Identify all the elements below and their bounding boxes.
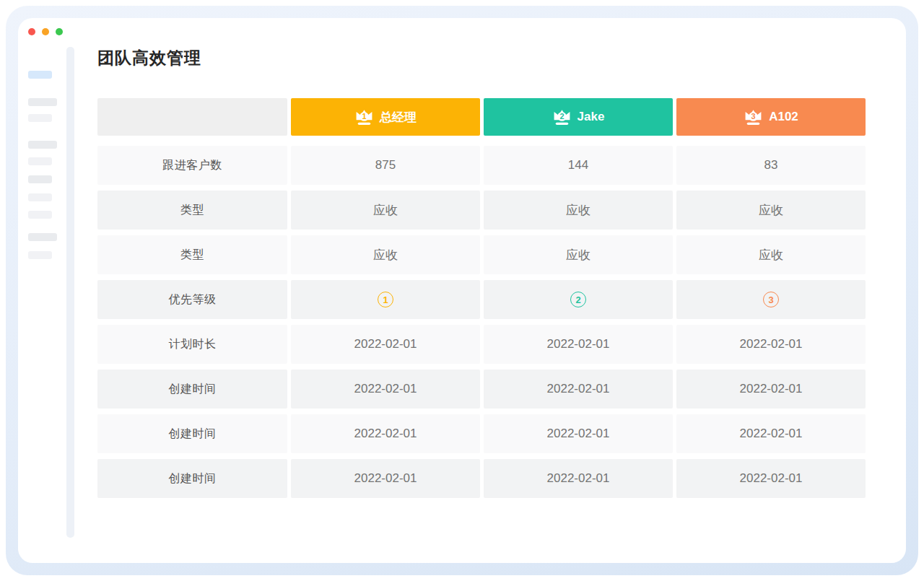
sidebar-divider — [66, 47, 74, 538]
desktop-background: 团队高效管理 1 总经理 2 Jake 3 A102 跟进客户数87514 — [0, 0, 924, 581]
sidebar-item-active[interactable] — [28, 71, 52, 79]
row-label-cell: 创建时间 — [97, 459, 287, 498]
sidebar-skeleton-item — [28, 175, 52, 183]
column-title: A102 — [769, 110, 798, 124]
row-label-cell: 创建时间 — [97, 414, 287, 453]
sidebar-skeleton-item — [28, 98, 57, 106]
row-label-cell: 创建时间 — [97, 370, 287, 409]
table-value-cell: 2022-02-01 — [291, 414, 480, 453]
table-value-cell: 875 — [291, 146, 480, 185]
table-value-cell: 应收 — [291, 191, 480, 230]
table-value-cell: 2022-02-01 — [291, 370, 480, 409]
sidebar-skeleton-item — [28, 141, 57, 149]
table-value-cell: 144 — [484, 146, 673, 185]
rank-number: 3 — [751, 112, 756, 121]
sidebar-skeleton-item — [28, 114, 52, 122]
row-label-cell: 跟进客户数 — [97, 146, 287, 185]
priority-rank-badge: 2 — [570, 292, 586, 307]
table-value-cell: 应收 — [484, 235, 673, 274]
crown-rank-icon: 1 — [354, 108, 374, 126]
table-corner-cell — [97, 98, 287, 136]
rank-number: 1 — [362, 112, 366, 121]
sidebar-skeleton-item — [28, 193, 52, 201]
column-title: Jake — [578, 110, 605, 124]
table-value-cell: 2022-02-01 — [484, 325, 673, 364]
row-label-cell: 计划时长 — [97, 325, 287, 364]
sidebar-skeleton-item — [28, 157, 52, 165]
table-column-header[interactable]: 2 Jake — [484, 98, 673, 136]
table-rank-cell: 1 — [291, 280, 480, 319]
maximize-window-button[interactable] — [56, 28, 63, 35]
table-header-row: 1 总经理 2 Jake 3 A102 — [97, 98, 866, 136]
table-value-cell: 2022-02-01 — [676, 370, 866, 409]
sidebar-skeleton-item — [28, 211, 52, 219]
table-rank-cell: 3 — [676, 280, 866, 319]
table-value-cell: 应收 — [676, 191, 866, 230]
table-value-cell: 83 — [676, 146, 866, 185]
table-rank-cell: 2 — [484, 280, 673, 319]
table-value-cell: 应收 — [291, 235, 480, 274]
table-value-cell: 应收 — [676, 235, 866, 274]
minimize-window-button[interactable] — [42, 28, 49, 35]
row-label-cell: 类型 — [97, 235, 287, 274]
table-column-header[interactable]: 1 总经理 — [291, 98, 480, 136]
table-value-cell: 2022-02-01 — [484, 414, 673, 453]
table-column-header[interactable]: 3 A102 — [676, 98, 866, 136]
crown-rank-icon: 2 — [552, 108, 572, 126]
table-value-cell: 2022-02-01 — [676, 325, 866, 364]
sidebar-skeleton-item — [28, 251, 52, 259]
row-label-cell: 优先等级 — [97, 280, 287, 319]
table-body: 跟进客户数87514483类型应收应收应收类型应收应收应收优先等级 1 2 3 … — [97, 146, 866, 498]
table-value-cell: 2022-02-01 — [676, 414, 866, 453]
table-value-cell: 2022-02-01 — [291, 325, 480, 364]
table-value-cell: 2022-02-01 — [484, 459, 673, 498]
rank-number: 2 — [559, 112, 564, 121]
close-window-button[interactable] — [28, 28, 35, 35]
table-value-cell: 2022-02-01 — [676, 459, 866, 498]
app-window: 团队高效管理 1 总经理 2 Jake 3 A102 跟进客户数87514 — [18, 18, 906, 563]
row-label-cell: 类型 — [97, 191, 287, 230]
table-value-cell: 2022-02-01 — [291, 459, 480, 498]
window-controls — [28, 28, 63, 35]
priority-rank-badge: 3 — [763, 292, 779, 307]
crown-rank-icon: 3 — [744, 108, 763, 126]
sidebar-skeleton-item — [28, 233, 57, 241]
column-title: 总经理 — [380, 109, 417, 126]
main-content: 团队高效管理 1 总经理 2 Jake 3 A102 跟进客户数87514 — [97, 47, 866, 498]
priority-rank-badge: 1 — [378, 292, 393, 307]
page-title: 团队高效管理 — [97, 47, 866, 69]
table-value-cell: 2022-02-01 — [484, 370, 673, 409]
table-value-cell: 应收 — [484, 191, 673, 230]
